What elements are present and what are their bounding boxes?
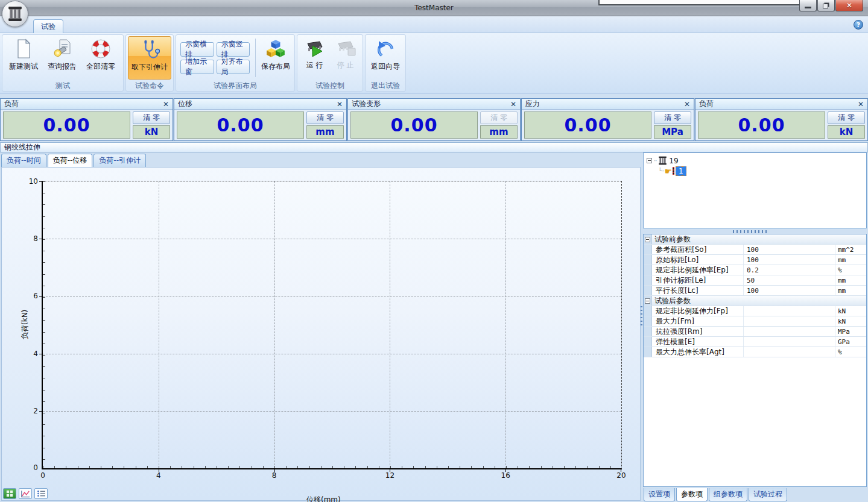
row-gutter bbox=[644, 255, 652, 265]
param-value[interactable] bbox=[744, 306, 835, 316]
query-report-button[interactable]: 查询报告 bbox=[43, 36, 81, 80]
test-scheme-header: 钢绞线拉伸 bbox=[0, 142, 868, 152]
minimize-button[interactable] bbox=[799, 0, 817, 11]
x-tick: 20 bbox=[612, 471, 630, 480]
panel-close-icon[interactable]: ✕ bbox=[684, 100, 690, 108]
testing-machine-icon bbox=[658, 156, 667, 165]
clear-zero-button[interactable]: 清 零 bbox=[306, 111, 344, 124]
panel-close-icon[interactable]: ✕ bbox=[858, 100, 864, 108]
param-row[interactable]: 最大力[Fm] kN bbox=[644, 316, 866, 327]
run-button[interactable]: 运 行 bbox=[299, 36, 330, 80]
tab-settings-label: 设置项 bbox=[648, 489, 670, 500]
param-row[interactable]: 弹性模量[E] GPa bbox=[644, 337, 866, 347]
param-name: 原始标距[Lo] bbox=[652, 255, 744, 265]
panel-close-icon[interactable]: ✕ bbox=[163, 100, 169, 108]
gridline bbox=[43, 239, 621, 239]
param-row[interactable]: 平行长度[Lc] 100 mm bbox=[644, 286, 866, 296]
tab-load-time[interactable]: 负荷--时间 bbox=[1, 154, 46, 167]
param-value[interactable]: 0.2 bbox=[744, 265, 835, 275]
return-wizard-button[interactable]: 返回向导 bbox=[367, 36, 404, 80]
param-row[interactable]: 规定非比例延伸率[Ep] 0.2 % bbox=[644, 265, 866, 275]
clear-zero-button[interactable]: 清 零 bbox=[133, 111, 170, 124]
x-tickmark bbox=[390, 468, 390, 472]
param-row[interactable]: 最大力总伸长率[Agt] % bbox=[644, 347, 866, 357]
param-row[interactable]: 引伸计标距[Le] 50 mm bbox=[644, 275, 866, 286]
gridline bbox=[43, 354, 621, 354]
tab-load-extensometer[interactable]: 负荷--引伸计 bbox=[93, 154, 146, 167]
new-test-button[interactable]: 新建测试 bbox=[4, 36, 43, 80]
param-group-row[interactable]: 试验后参数 bbox=[644, 296, 866, 306]
align-layout-button[interactable]: 对齐布局 bbox=[217, 60, 250, 74]
right-pane-tabs: 设置项 参数项 组参数项 试验过程 bbox=[642, 488, 787, 501]
panel-title: 应力 bbox=[525, 99, 540, 109]
app-menu-button[interactable] bbox=[2, 1, 28, 27]
tree-root-row[interactable]: ·· 19 bbox=[645, 155, 865, 166]
row-gutter bbox=[644, 316, 652, 326]
y-tick: 6 bbox=[20, 292, 38, 300]
param-value[interactable]: 50 bbox=[744, 275, 835, 285]
tab-test-process[interactable]: 试验过程 bbox=[749, 488, 787, 501]
remove-extensometer-button[interactable]: 取下引伸计 bbox=[128, 36, 171, 80]
unit-text: kN bbox=[145, 127, 159, 137]
param-row[interactable]: 参考截面积[So] 100 mm^2 bbox=[644, 245, 866, 255]
param-row[interactable]: 抗拉强度[Rm] MPa bbox=[644, 327, 866, 337]
specimen-tree[interactable]: ·· 19 └·· ☛ 1 bbox=[643, 152, 867, 228]
param-row[interactable]: 原始标距[Lo] 100 mm bbox=[644, 255, 866, 265]
param-value[interactable] bbox=[744, 337, 835, 347]
close-button[interactable]: ✕ bbox=[835, 0, 863, 11]
param-value[interactable] bbox=[744, 327, 835, 336]
panel-title-bar: 位移 ✕ bbox=[174, 99, 346, 110]
param-name: 参考截面积[So] bbox=[652, 245, 744, 254]
tab-load-displacement[interactable]: 负荷--位移 bbox=[48, 154, 93, 167]
curve-view-button[interactable] bbox=[19, 488, 32, 499]
tab-test-label: 试验 bbox=[41, 22, 55, 32]
tab-group-parameters[interactable]: 组参数项 bbox=[709, 488, 747, 501]
y-tick: 0 bbox=[20, 463, 38, 472]
tab-settings[interactable]: 设置项 bbox=[644, 488, 675, 501]
horizontal-splitter[interactable] bbox=[733, 230, 769, 233]
tab-parameters-label: 参数项 bbox=[681, 489, 703, 500]
tree-root-label[interactable]: 19 bbox=[669, 157, 678, 165]
list-view-button[interactable] bbox=[34, 488, 48, 499]
add-window-button[interactable]: 增加示窗 bbox=[180, 60, 214, 74]
param-name: 最大力[Fm] bbox=[652, 316, 744, 326]
query-report-label: 查询报告 bbox=[48, 61, 77, 72]
query-report-icon bbox=[52, 39, 72, 59]
restore-button[interactable] bbox=[817, 0, 835, 11]
run-label: 运 行 bbox=[306, 60, 323, 71]
tree-selected-node[interactable]: 1 bbox=[676, 166, 686, 176]
unit-text: mm bbox=[489, 127, 508, 137]
param-value[interactable] bbox=[744, 347, 835, 357]
chart-area[interactable]: 10 8 6 4 2 0 0 4 8 12 16 20 负荷(kN) 位移(mm… bbox=[1, 167, 641, 501]
clear-all-button[interactable]: 全部清零 bbox=[81, 36, 120, 80]
tab-parameters[interactable]: 参数项 bbox=[676, 488, 708, 501]
windows-horizontal-button[interactable]: 示窗横排 bbox=[180, 42, 214, 57]
param-value[interactable]: 100 bbox=[744, 255, 835, 265]
clear-zero-button[interactable]: 清 零 bbox=[828, 111, 865, 124]
tree-connector: └·· bbox=[658, 168, 664, 174]
help-button[interactable]: ? bbox=[854, 20, 863, 30]
tree-collapse-icon[interactable] bbox=[647, 158, 652, 163]
clear-zero-button[interactable]: 清 零 bbox=[654, 111, 691, 124]
grid-view-button[interactable] bbox=[3, 488, 16, 499]
param-value[interactable] bbox=[744, 316, 835, 326]
panel-close-icon[interactable]: ✕ bbox=[510, 100, 516, 108]
param-group-row[interactable]: 试验前参数 bbox=[644, 234, 866, 245]
panel-close-icon[interactable]: ✕ bbox=[337, 100, 343, 108]
windows-vertical-button[interactable]: 示窗竖排 bbox=[217, 42, 250, 57]
clear-all-label: 全部清零 bbox=[86, 61, 115, 72]
unit-display: mm bbox=[306, 125, 344, 139]
collapse-icon[interactable] bbox=[645, 298, 650, 304]
param-value[interactable]: 100 bbox=[744, 286, 835, 295]
collapse-icon[interactable] bbox=[645, 237, 650, 242]
param-row[interactable]: 规定非比例延伸力[Fp] kN bbox=[644, 306, 866, 316]
stop-button[interactable]: 停 止 bbox=[330, 36, 361, 80]
save-layout-button[interactable]: 保存布局 bbox=[259, 36, 293, 80]
panel-title: 负荷 bbox=[699, 99, 714, 109]
window-controls: ✕ bbox=[799, 0, 863, 11]
tree-child-row[interactable]: └·· ☛ 1 bbox=[645, 166, 865, 176]
tab-test[interactable]: 试验 bbox=[33, 19, 63, 33]
param-value[interactable]: 100 bbox=[744, 245, 835, 254]
x-tick: 0 bbox=[34, 471, 52, 480]
gridline bbox=[505, 181, 506, 468]
